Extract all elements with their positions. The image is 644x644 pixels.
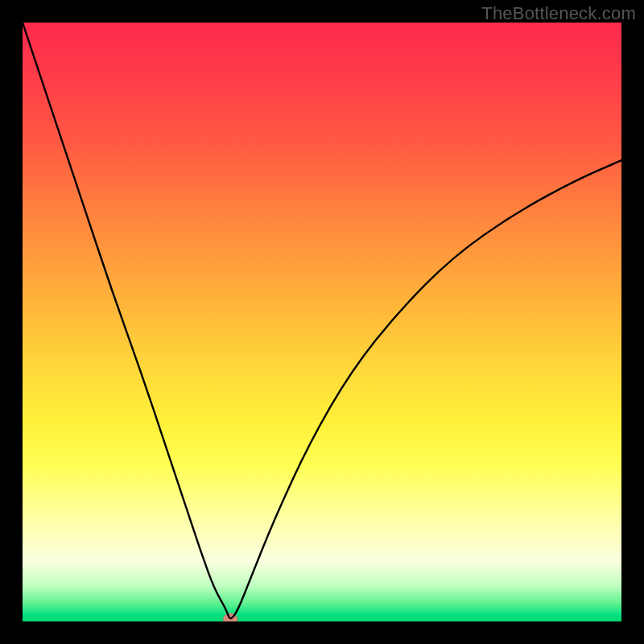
watermark-text: TheBottleneck.com [481, 3, 636, 24]
plot-area [23, 23, 621, 621]
curve-layer [23, 23, 621, 621]
chart-frame: TheBottleneck.com [0, 0, 644, 644]
bottleneck-curve [23, 23, 621, 618]
